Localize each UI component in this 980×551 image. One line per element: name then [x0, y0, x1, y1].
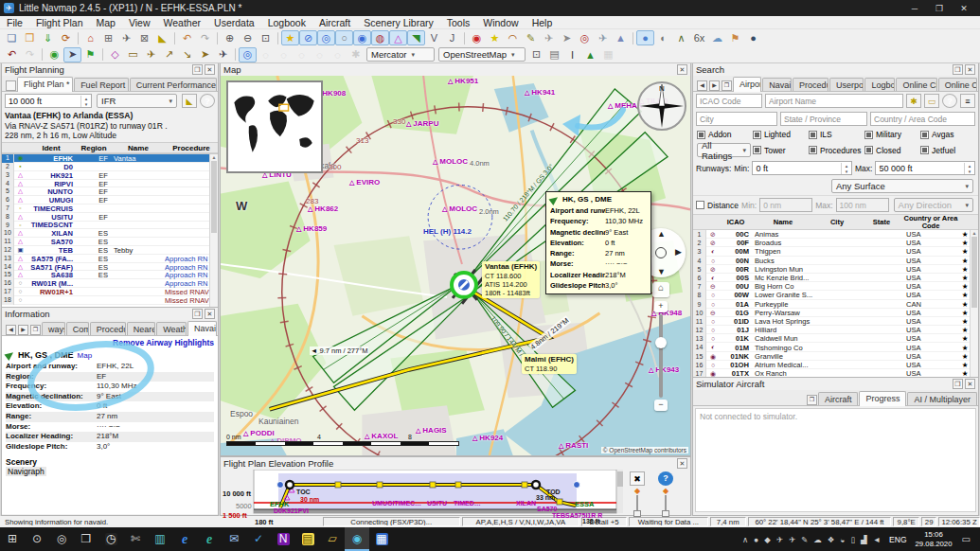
map-label[interactable]: 2.0nm [479, 207, 499, 216]
file-explorer-button[interactable]: ▱ [320, 527, 345, 551]
map-label[interactable]: W [236, 199, 247, 213]
map-forward-button[interactable]: ↷ [196, 30, 214, 45]
map-label[interactable]: 283 [306, 197, 318, 205]
overlay-compass-button[interactable]: ◌ [257, 47, 275, 62]
tray-icon-discord[interactable]: ● [754, 535, 758, 544]
map-label[interactable]: 300 [329, 163, 341, 171]
taskbar-search-button[interactable]: ⊙ [25, 527, 49, 551]
search-tab[interactable]: Procedures [793, 78, 829, 91]
information-tab[interactable]: Weather [156, 322, 187, 335]
airport-row[interactable]: 15 ◉ 01NK Granville USA ★ [693, 352, 978, 361]
simulator-tab[interactable]: Aircraft [818, 392, 859, 405]
airport-row[interactable]: 5 ⊘ 00R Livingston Mun USA ★ [693, 265, 978, 274]
onenote-button[interactable]: N [271, 527, 295, 551]
flightplan-row[interactable]: 7 ▫ TIMECRUIS [2, 204, 218, 213]
overlay-settings-button[interactable]: ✱ [347, 47, 365, 62]
airport-row[interactable]: 2 ⊘ 00F Broadus USA ★ [693, 239, 978, 247]
tab-scroll-left-icon[interactable]: ◀ [697, 80, 707, 91]
zoom-out-button[interactable]: ⊖ [239, 30, 257, 45]
airport-row[interactable]: 6 ◐ 00S Mc Kenzie Brid... USA ★ [693, 274, 978, 282]
city-input[interactable] [696, 112, 777, 126]
show-jet-airways-button[interactable]: J [443, 30, 461, 45]
tray-icon-capture[interactable]: ✎ [801, 535, 808, 544]
airport-row[interactable]: 8 ○ 00W Lower Granite S... USA ★ [693, 291, 978, 299]
filter-checkbox[interactable]: Tower [753, 146, 807, 155]
expand-profile-button[interactable]: ✖ [630, 471, 645, 486]
home-map-button[interactable]: ⌂ [81, 30, 99, 45]
clock-app-button[interactable]: ◷ [98, 527, 123, 551]
clear-search-icon[interactable]: ▭ [924, 94, 939, 108]
help-icon[interactable]: ? [200, 94, 215, 108]
map-back-button[interactable]: ↶ [178, 30, 196, 45]
filter-checkbox[interactable]: Closed [864, 146, 918, 155]
tray-icon-graphics[interactable]: ◒ [840, 535, 845, 544]
show-victor-airways-button[interactable]: V [425, 30, 443, 45]
show-ai-ships-button[interactable]: ▲ [612, 30, 630, 45]
menu-item[interactable]: Weather [157, 17, 208, 28]
map-notes-button[interactable]: ▤ [545, 47, 563, 62]
filter-checkbox[interactable]: ILS [809, 130, 863, 139]
menu-item[interactable]: Tools [440, 17, 477, 28]
tab-scroll-right-icon[interactable]: ▶ [18, 325, 28, 335]
menu-item[interactable]: Help [526, 17, 560, 28]
distance-max-input[interactable] [836, 198, 889, 212]
flightplan-table-header[interactable]: IdentRegionNameProcedure [2, 142, 218, 153]
search-tab[interactable]: Online Clients [896, 78, 936, 91]
simulator-tab[interactable]: AI / Multiplayer [907, 392, 977, 405]
map-label[interactable]: HK862 [308, 204, 338, 213]
show-minimum-altitude-button[interactable]: 6x [690, 30, 708, 45]
flightplan-row[interactable]: 5 △ NUNTO EF [2, 187, 218, 196]
map-click-mode-button[interactable]: ➤ [63, 47, 81, 62]
vertical-scrollbar[interactable]: ▲ [209, 154, 218, 313]
map-terrain-button[interactable]: ▲ [581, 47, 599, 62]
information-tab[interactable]: Com [66, 322, 89, 335]
show-measurement-button[interactable]: ✎ [522, 30, 540, 45]
tray-icon-plane2[interactable]: ✈ [789, 535, 795, 544]
show-waypoints-button[interactable]: ○ [335, 30, 353, 45]
panel-close-button[interactable]: ✕ [965, 379, 975, 389]
open-flightplan-button[interactable]: ❒ [21, 30, 39, 45]
flightplan-row[interactable]: 10 △ XILAN ES [2, 229, 218, 238]
filter-checkbox[interactable]: Lighted [753, 130, 807, 139]
airport-row[interactable]: 9 ○ 01A Purkeypile CAN ★ [693, 300, 978, 309]
map-label[interactable]: Kauniainen [258, 417, 299, 426]
save-flightplan-button[interactable]: ⇓ [39, 30, 57, 45]
airport-row[interactable]: 1 ⊘ 00C Animas USA ★ [693, 230, 978, 239]
runway-min-input[interactable]: 0 ft▴▾ [752, 161, 852, 175]
flightplan-row[interactable]: 14 △ SA571 (FAF) ES Approach RN [2, 263, 218, 272]
show-userpoints-button[interactable]: ★ [486, 30, 504, 45]
show-procedures-button[interactable]: ◉ [468, 30, 486, 45]
overlay-overview-button[interactable]: ◌ [329, 47, 347, 62]
tray-icon-battery[interactable]: ▯ [850, 535, 855, 544]
taskbar-clock[interactable]: 15:0629.08.2020 [916, 530, 953, 548]
map-label[interactable]: HEL (H) 114.2 [423, 227, 472, 236]
airport-row[interactable]: 10 ⊖ 01G Perry-Warsaw USA ★ [693, 309, 978, 317]
help-icon[interactable]: ? [942, 94, 957, 108]
tray-icon-updater[interactable]: ◆ [764, 535, 771, 544]
move-aircraft-button[interactable]: ✈ [214, 47, 232, 62]
show-sun-shading-button[interactable]: ◐ [654, 30, 672, 45]
map-label[interactable]: JARPU [406, 119, 438, 128]
map-label[interactable]: 313 [356, 136, 368, 145]
toolbar-button[interactable] [102, 48, 103, 61]
panel-close-button[interactable]: ✕ [677, 458, 687, 469]
information-tab[interactable]: Procedures [90, 322, 126, 335]
country-input[interactable] [870, 112, 975, 126]
new-flightplan-button[interactable]: ❏ [3, 30, 21, 45]
zoom-slider-handle[interactable] [655, 337, 667, 348]
show-range-rings-button[interactable]: ◠ [504, 30, 522, 45]
map-label[interactable]: HK859 [296, 224, 327, 233]
surface-select[interactable]: Any Surface▾ [831, 179, 973, 193]
vertical-scrollbar[interactable]: ▲ [970, 230, 978, 387]
overlay-navigation-button[interactable]: ◌ [311, 47, 329, 62]
flightplan-row[interactable]: 12 ▣ TEB ES Tebby [2, 246, 218, 255]
map-label[interactable]: MOLOC [433, 157, 468, 166]
information-tab[interactable]: ways [42, 322, 65, 335]
reset-search-icon[interactable]: ✱ [906, 94, 921, 108]
flight-planning-tab[interactable]: Current Performance [130, 78, 217, 91]
photos-button[interactable]: ▦ [369, 527, 394, 551]
state-input[interactable] [780, 112, 867, 126]
tray-icon-plane1[interactable]: ✈ [776, 535, 783, 544]
show-approach-button[interactable]: ◣ [153, 30, 171, 45]
close-button[interactable]: ✕ [952, 4, 976, 13]
